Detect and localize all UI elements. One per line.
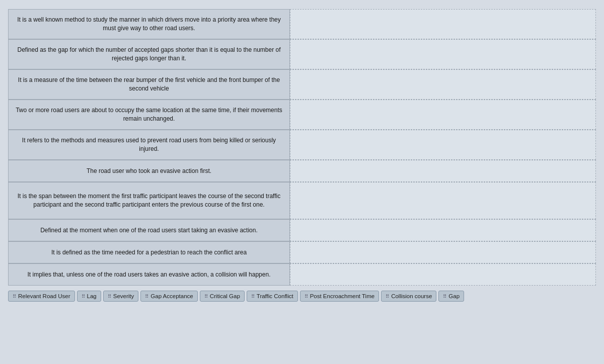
choice-chip-c2[interactable]: ⠿Lag [77, 291, 101, 302]
left-column: It is a well known method to study the m… [8, 9, 290, 286]
choice-label-c5: Critical Gap [210, 293, 240, 299]
drag-icon: ⠿ [443, 294, 446, 299]
choice-chip-c4[interactable]: ⠿Gap Acceptance [140, 291, 197, 302]
drop-zone-10[interactable] [290, 263, 596, 286]
choice-chip-c9[interactable]: ⠿Gap [438, 291, 464, 302]
item-box-4: Two or more road users are about to occu… [8, 100, 290, 130]
drag-icon: ⠿ [305, 294, 308, 299]
choice-chip-c7[interactable]: ⠿Post Encroachment Time [300, 291, 379, 302]
choice-label-c8: Collision course [391, 293, 432, 299]
item-box-1: It is a well known method to study the m… [8, 9, 290, 39]
item-box-2: Defined as the gap for which the number … [8, 39, 290, 69]
item-box-8: Defined at the moment when one of the ro… [8, 219, 290, 241]
drop-zone-2[interactable] [290, 39, 596, 69]
item-box-5: It refers to the methods and measures us… [8, 130, 290, 160]
choice-label-c6: Traffic Conflict [257, 293, 293, 299]
drop-zone-9[interactable] [290, 241, 596, 263]
choice-label-c4: Gap Acceptance [150, 293, 193, 299]
item-box-9: It is defined as the time needed for a p… [8, 241, 290, 263]
choice-label-c1: Relevant Road User [18, 293, 70, 299]
page-container: It is a well known method to study the m… [0, 0, 604, 307]
drag-icon: ⠿ [13, 294, 16, 299]
item-box-3: It is a measure of the time between the … [8, 69, 290, 100]
match-area: It is a well known method to study the m… [8, 9, 596, 286]
drag-icon: ⠿ [108, 294, 111, 299]
choice-label-c7: Post Encroachment Time [310, 293, 374, 299]
drag-icon: ⠿ [251, 294, 255, 299]
drop-zone-8[interactable] [290, 219, 596, 241]
item-box-7: It is the span between the moment the fi… [8, 182, 290, 219]
choice-label-c3: Severity [113, 293, 134, 299]
choice-chip-c5[interactable]: ⠿Critical Gap [200, 291, 245, 302]
choice-chip-c3[interactable]: ⠿Severity [103, 291, 139, 302]
choice-chip-c6[interactable]: ⠿Traffic Conflict [247, 291, 298, 302]
choice-chip-c1[interactable]: ⠿Relevant Road User [8, 291, 75, 302]
item-box-6: The road user who took an evasive action… [8, 160, 290, 182]
drag-icon: ⠿ [145, 294, 148, 299]
drag-icon: ⠿ [204, 294, 208, 299]
choice-chip-c8[interactable]: ⠿Collision course [381, 291, 436, 302]
drop-zone-5[interactable] [290, 130, 596, 160]
drop-zone-1[interactable] [290, 9, 596, 39]
drop-zone-7[interactable] [290, 182, 596, 219]
drag-icon: ⠿ [82, 294, 85, 299]
choice-label-c2: Lag [87, 293, 97, 299]
choice-label-c9: Gap [448, 293, 460, 299]
item-box-10: It implies that, unless one of the road … [8, 263, 290, 286]
drop-zone-4[interactable] [290, 100, 596, 130]
right-column [290, 9, 596, 286]
drop-zone-3[interactable] [290, 69, 596, 100]
drop-zone-6[interactable] [290, 160, 596, 182]
choices-bar: ⠿Relevant Road User⠿Lag⠿Severity⠿Gap Acc… [8, 291, 596, 302]
choices-section: ⠿Relevant Road User⠿Lag⠿Severity⠿Gap Acc… [8, 291, 596, 302]
drag-icon: ⠿ [386, 294, 389, 299]
